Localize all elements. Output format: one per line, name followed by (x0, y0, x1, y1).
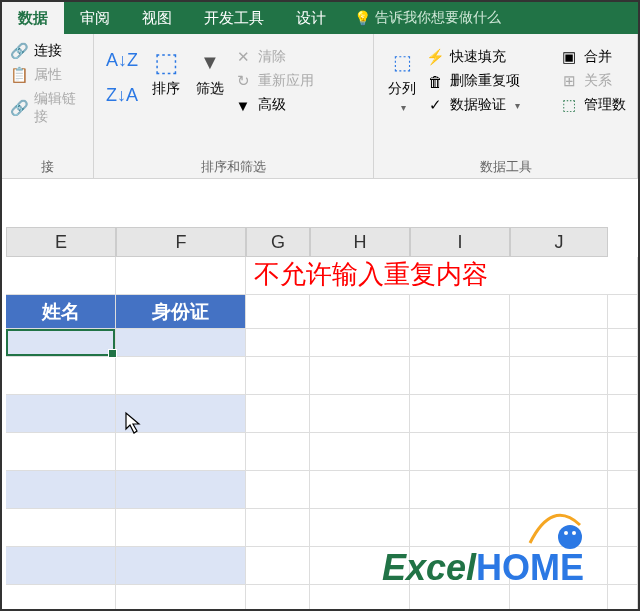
btn-data-validation[interactable]: ✓ 数据验证 (426, 96, 556, 114)
ribbon-tabs: 数据 审阅 视图 开发工具 设计 💡 告诉我你想要做什么 (2, 2, 638, 34)
tab-design[interactable]: 设计 (280, 2, 342, 34)
lightbulb-icon: 💡 (354, 10, 371, 26)
table-header-name: 姓名 (6, 295, 116, 329)
properties-icon: 📋 (10, 66, 28, 84)
col-header-I[interactable]: I (410, 227, 510, 257)
svg-point-2 (572, 531, 576, 535)
btn-properties: 📋 属性 (10, 66, 85, 84)
btn-manage[interactable]: ⬚ 管理数 (560, 96, 626, 114)
logo-text-1: Excel (382, 547, 476, 588)
group-sort-filter: A↓Z Z↓A ⬚ 排序 ▼ 筛选 ✕ 清除 ↻ 重新应用 (94, 34, 374, 178)
tab-developer[interactable]: 开发工具 (188, 2, 280, 34)
group-label-sort-filter: 排序和筛选 (94, 158, 373, 176)
svg-point-0 (558, 525, 582, 549)
advanced-icon: ▼ (234, 96, 252, 114)
manage-icon: ⬚ (560, 96, 578, 114)
text-to-columns-icon: ⬚ (388, 48, 416, 76)
table-header-id: 身份证 (116, 295, 246, 329)
btn-flash-fill[interactable]: ⚡ 快速填充 (426, 48, 556, 66)
watermark-logo: ExcelHOME (382, 547, 584, 589)
row-1[interactable]: 不允许输入重复内容 (6, 257, 638, 295)
col-header-F[interactable]: F (116, 227, 246, 257)
logo-swoosh-icon (520, 505, 590, 555)
row-4[interactable] (6, 357, 638, 395)
group-label-data-tools: 数据工具 (374, 158, 637, 176)
row-7[interactable] (6, 471, 638, 509)
tab-view[interactable]: 视图 (126, 2, 188, 34)
flash-fill-icon: ⚡ (426, 48, 444, 66)
worksheet[interactable]: E F G H I J 不允许输入重复内容 姓名 身份证 (2, 179, 638, 611)
warning-text: 不允许输入重复内容 (246, 260, 488, 289)
tab-review[interactable]: 审阅 (64, 2, 126, 34)
group-connections: 🔗 连接 📋 属性 🔗 编辑链接 接 (2, 34, 94, 178)
ribbon: 🔗 连接 📋 属性 🔗 编辑链接 接 A↓Z Z↓A ⬚ 排序 (2, 34, 638, 179)
consolidate-icon: ▣ (560, 48, 578, 66)
btn-clear: ✕ 清除 (234, 48, 314, 66)
btn-consolidate[interactable]: ▣ 合并 (560, 48, 626, 66)
col-header-J[interactable]: J (510, 227, 608, 257)
svg-point-1 (564, 531, 568, 535)
btn-reapply: ↻ 重新应用 (234, 72, 314, 90)
reapply-icon: ↻ (234, 72, 252, 90)
relations-icon: ⊞ (560, 72, 578, 90)
sort-asc-icon[interactable]: A↓Z (106, 50, 138, 71)
row-6[interactable] (6, 433, 638, 471)
link-icon: 🔗 (10, 42, 28, 60)
tell-me-label: 告诉我你想要做什么 (375, 9, 501, 27)
column-headers: E F G H I J (6, 227, 638, 257)
btn-edit-links: 🔗 编辑链接 (10, 90, 85, 126)
btn-relations: ⊞ 关系 (560, 72, 626, 90)
data-validation-icon: ✓ (426, 96, 444, 114)
btn-remove-duplicates[interactable]: 🗑 删除重复项 (426, 72, 556, 90)
tell-me-search[interactable]: 💡 告诉我你想要做什么 (342, 2, 501, 34)
row-2[interactable]: 姓名 身份证 (6, 295, 638, 329)
sort-desc-icon[interactable]: Z↓A (106, 85, 138, 106)
btn-advanced[interactable]: ▼ 高级 (234, 96, 314, 114)
col-header-G[interactable]: G (246, 227, 310, 257)
group-data-tools: ⬚ 分列 ⚡ 快速填充 🗑 删除重复项 ✓ 数据验证 ▣ (374, 34, 638, 178)
row-3[interactable] (6, 329, 638, 357)
col-header-E[interactable]: E (6, 227, 116, 257)
clear-icon: ✕ (234, 48, 252, 66)
filter-icon: ▼ (196, 48, 224, 76)
btn-sort[interactable]: ⬚ 排序 (146, 44, 186, 114)
btn-connections[interactable]: 🔗 连接 (10, 42, 85, 60)
row-5[interactable] (6, 395, 638, 433)
sort-icon: ⬚ (152, 48, 180, 76)
remove-duplicates-icon: 🗑 (426, 72, 444, 90)
edit-links-icon: 🔗 (10, 99, 28, 117)
col-header-H[interactable]: H (310, 227, 410, 257)
group-label-connections: 接 (2, 158, 93, 176)
btn-text-to-columns[interactable]: ⬚ 分列 (382, 44, 422, 117)
btn-filter[interactable]: ▼ 筛选 (190, 44, 230, 114)
tab-data[interactable]: 数据 (2, 2, 64, 34)
